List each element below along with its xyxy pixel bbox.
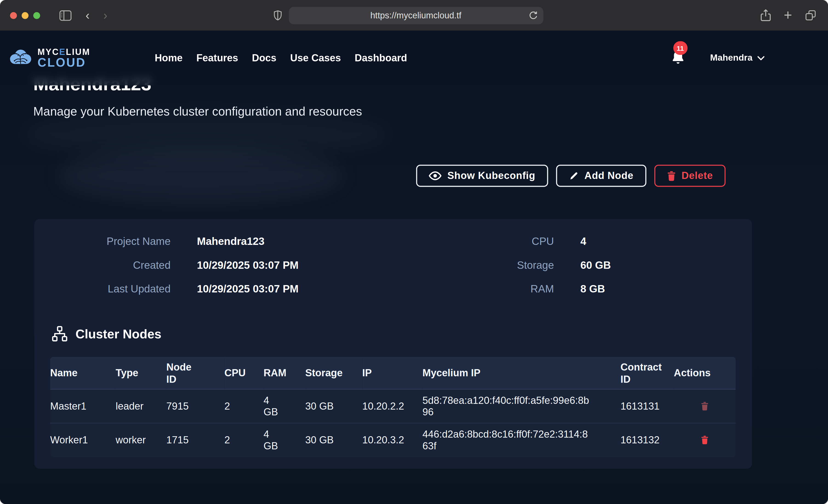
info-label: RAM xyxy=(445,282,554,295)
storage-value: 60 GB xyxy=(580,259,731,271)
forward-icon[interactable]: › xyxy=(104,9,108,22)
node-ip: 10.20.3.2 xyxy=(362,423,422,457)
eye-icon xyxy=(429,171,442,180)
traffic-lights xyxy=(10,12,40,19)
chevron-down-icon xyxy=(757,55,764,60)
project-name-value: Mahendra123 xyxy=(197,235,419,248)
info-label: CPU xyxy=(445,235,554,248)
site-header: MYCELIUM CLOUD Home Features Docs Use Ca… xyxy=(0,31,828,85)
col-cpu: CPU xyxy=(224,357,263,389)
node-storage: 30 GB xyxy=(305,389,362,423)
col-mycelium-ip: Mycelium IP xyxy=(422,357,620,389)
back-icon[interactable]: ‹ xyxy=(85,9,90,22)
node-cpu: 2 xyxy=(224,389,263,423)
delete-node-icon[interactable] xyxy=(699,433,711,447)
trash-icon xyxy=(667,171,676,181)
background-glow xyxy=(58,149,343,202)
node-type: leader xyxy=(116,389,166,423)
created-value: 10/29/2025 03:07 PM xyxy=(197,259,419,271)
table-header-row: Name Type Node ID CPU RAM Storage IP Myc… xyxy=(50,357,736,389)
nav-dashboard[interactable]: Dashboard xyxy=(355,52,407,64)
node-type: worker xyxy=(116,423,166,457)
brand-name-bottom: CLOUD xyxy=(37,56,90,69)
brand-logo[interactable]: MYCELIUM CLOUD xyxy=(8,47,90,69)
cluster-nodes-title: Cluster Nodes xyxy=(76,327,162,341)
nav-home[interactable]: Home xyxy=(155,52,182,64)
nav-use-cases[interactable]: Use Cases xyxy=(290,52,341,64)
close-window-button[interactable] xyxy=(10,12,17,19)
node-name: Worker1 xyxy=(50,423,116,457)
show-kubeconfig-button[interactable]: Show Kubeconfig xyxy=(416,165,548,187)
info-label: Storage xyxy=(445,259,554,271)
browser-chrome: ‹ › https://myceliumcloud.tf xyxy=(0,0,828,31)
col-actions: Actions xyxy=(674,357,736,389)
zoom-window-button[interactable] xyxy=(33,12,40,19)
col-node-id: Node ID xyxy=(166,357,224,389)
page-content: Mahendra123 Manage your Kubernetes clust… xyxy=(0,31,828,504)
node-contract-id: 1613132 xyxy=(620,423,674,457)
col-type: Type xyxy=(116,357,166,389)
node-mycelium-ip: 5d8:78ea:a120:f40c:ff0f:a5fe:99e6:8b96 xyxy=(422,389,620,423)
info-label: Project Name xyxy=(55,235,170,248)
node-ram: 4 GB xyxy=(263,389,305,423)
notifications-button[interactable]: 11 xyxy=(670,50,686,67)
col-ram: RAM xyxy=(263,357,305,389)
cluster-nodes-table: Name Type Node ID CPU RAM Storage IP Myc… xyxy=(50,357,736,457)
node-name: Master1 xyxy=(50,389,116,423)
share-icon[interactable] xyxy=(760,9,771,22)
nav-features[interactable]: Features xyxy=(196,52,238,64)
node-cpu: 2 xyxy=(224,423,263,457)
reload-icon[interactable] xyxy=(528,10,538,20)
node-ip: 10.20.2.2 xyxy=(362,389,422,423)
node-ram: 4 GB xyxy=(263,423,305,457)
table-row: Worker1 worker 1715 2 4 GB 30 GB 10.20.3… xyxy=(50,423,736,457)
main-nav: Home Features Docs Use Cases Dashboard xyxy=(155,52,407,64)
pencil-icon xyxy=(569,171,579,181)
col-contract-id: Contract ID xyxy=(620,357,674,389)
info-label: Created xyxy=(55,259,170,271)
cluster-details-panel: Project Name Mahendra123 CPU 4 Created 1… xyxy=(34,219,752,469)
add-node-button[interactable]: Add Node xyxy=(556,165,646,187)
node-contract-id: 1613131 xyxy=(620,389,674,423)
col-storage: Storage xyxy=(305,357,362,389)
table-row: Master1 leader 7915 2 4 GB 30 GB 10.20.2… xyxy=(50,389,736,423)
node-id: 7915 xyxy=(166,389,224,423)
tabs-overview-icon[interactable] xyxy=(805,9,817,21)
delete-node-icon[interactable] xyxy=(699,399,711,412)
user-name: Mahendra xyxy=(710,53,753,64)
node-actions xyxy=(674,423,736,457)
new-tab-icon[interactable]: + xyxy=(784,8,792,23)
cluster-nodes-heading: Cluster Nodes xyxy=(51,326,162,343)
node-actions xyxy=(674,389,736,423)
url-text: https://myceliumcloud.tf xyxy=(370,10,461,20)
node-id: 1715 xyxy=(166,423,224,457)
minimize-window-button[interactable] xyxy=(22,12,29,19)
node-mycelium-ip: 446:d2a6:8bcd:8c16:ff0f:72e2:3114:863f xyxy=(422,423,620,457)
cpu-value: 4 xyxy=(580,235,731,248)
notification-badge: 11 xyxy=(673,41,687,55)
delete-cluster-button[interactable]: Delete xyxy=(654,165,726,187)
cluster-actions: Show Kubeconfig Add Node xyxy=(416,165,726,187)
col-ip: IP xyxy=(362,357,422,389)
network-icon xyxy=(51,326,68,343)
node-storage: 30 GB xyxy=(305,423,362,457)
page-subtitle: Manage your Kubernetes cluster configura… xyxy=(33,103,362,119)
nav-docs[interactable]: Docs xyxy=(252,52,277,64)
url-bar[interactable]: https://myceliumcloud.tf xyxy=(289,7,543,24)
col-name: Name xyxy=(50,357,116,389)
brand-name-top: MYCELIUM xyxy=(37,47,90,56)
shield-icon xyxy=(273,10,282,21)
user-menu[interactable]: Mahendra xyxy=(710,53,764,64)
browser-window: ‹ › https://myceliumcloud.tf xyxy=(0,0,828,504)
cluster-info-grid: Project Name Mahendra123 CPU 4 Created 1… xyxy=(55,235,731,295)
cloud-logo-icon xyxy=(8,48,33,68)
info-label: Last Updated xyxy=(55,282,170,295)
ram-value: 8 GB xyxy=(580,282,731,295)
sidebar-toggle-icon[interactable] xyxy=(59,10,72,21)
last-updated-value: 10/29/2025 03:07 PM xyxy=(197,282,419,295)
